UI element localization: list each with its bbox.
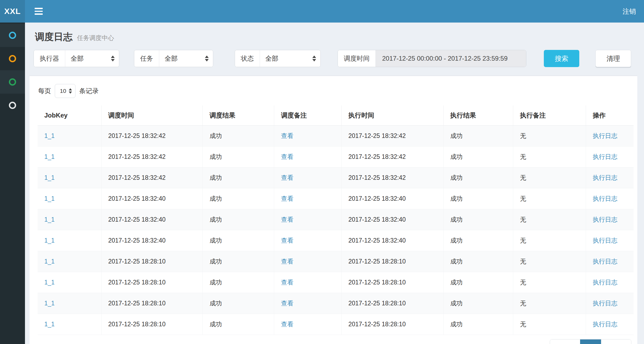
trigger-msg-link[interactable]: 查看 [281,153,293,160]
sidebar-item-2[interactable] [0,47,25,70]
trigger-result-cell: 成功 [203,147,274,167]
execution-log-link[interactable]: 执行日志 [593,153,617,160]
handle-result-cell: 成功 [443,209,513,230]
col-trigger-msg: 调度备注 [274,105,342,126]
trigger-time-cell: 2017-12-25 18:28:10 [101,272,202,293]
top-header: XXL 注销 [0,0,644,23]
sidebar-item-1[interactable] [0,24,25,47]
jobkey-link[interactable]: 1_1 [44,237,55,244]
jobkey-link[interactable]: 1_1 [44,132,55,139]
sidebar-item-3[interactable] [0,70,25,94]
trigger-msg-link[interactable]: 查看 [281,258,293,265]
trigger-msg-link[interactable]: 查看 [281,216,293,223]
page-title: 调度日志 [35,31,73,42]
search-button[interactable]: 搜索 [544,50,579,67]
trigger-time-range-input[interactable]: 2017-12-25 00:00:00 - 2017-12-25 23:59:5… [376,50,526,67]
handle-result-cell: 成功 [443,230,513,251]
jobkey-link[interactable]: 1_1 [44,279,55,286]
executor-select[interactable]: 全部 [65,50,119,67]
trigger-result-cell: 成功 [203,209,274,230]
trigger-result-cell: 成功 [203,126,274,147]
handle-msg-cell: 无 [513,209,586,230]
status-filter-group: 状态 全部 [235,50,321,67]
app-logo[interactable]: XXL [0,0,25,23]
handle-result-cell: 成功 [443,251,513,272]
col-handle-time: 执行时间 [342,105,443,126]
trigger-result-cell: 成功 [203,251,274,272]
execution-log-link[interactable]: 执行日志 [593,279,617,286]
trigger-time-filter-label: 调度时间 [338,50,376,67]
current-page-button[interactable]: 1 [580,339,601,344]
clean-button[interactable]: 清理 [595,50,631,67]
jobkey-link[interactable]: 1_1 [44,258,55,265]
page-size-suffix-label: 条记录 [79,87,99,95]
table-row: 1_12017-12-25 18:28:10成功查看2017-12-25 18:… [38,272,634,293]
page-subtitle: 任务调度中心 [77,34,114,41]
jobkey-link[interactable]: 1_1 [44,321,55,328]
execution-log-link[interactable]: 执行日志 [593,237,617,244]
page-size-select[interactable]: 10 [55,84,75,98]
trigger-msg-link[interactable]: 查看 [281,174,293,181]
handle-msg-cell: 无 [513,272,586,293]
trigger-result-cell: 成功 [203,188,274,209]
job-filter-label: 任务 [134,50,159,67]
trigger-msg-link[interactable]: 查看 [281,321,293,328]
status-select[interactable]: 全部 [260,50,320,67]
trigger-time-cell: 2017-12-25 18:28:10 [101,293,202,314]
trigger-result-cell: 成功 [203,293,274,314]
col-handle-result: 执行结果 [443,105,513,126]
sidebar-toggle-icon[interactable] [33,5,44,17]
execution-log-link[interactable]: 执行日志 [593,300,617,307]
job-select[interactable]: 全部 [159,50,213,67]
next-page-button[interactable]: 下页 [601,339,631,344]
logout-link[interactable]: 注销 [623,7,636,16]
handle-result-cell: 成功 [443,126,513,147]
handle-time-cell: 2017-12-25 18:32:42 [342,147,443,167]
page-size-prefix-label: 每页 [38,87,51,95]
trigger-time-cell: 2017-12-25 18:28:10 [101,314,202,335]
sidebar-item-4[interactable] [0,94,25,117]
prev-page-button[interactable]: 上页 [550,339,580,344]
table-footer: 第 1 页 ( 总共 1 页，10 条记录 ) 上页 1 下页 [38,339,634,344]
status-filter-label: 状态 [235,50,260,67]
col-trigger-result: 调度结果 [203,105,274,126]
handle-time-cell: 2017-12-25 18:32:40 [342,188,443,209]
jobkey-link[interactable]: 1_1 [44,153,55,160]
handle-msg-cell: 无 [513,167,586,188]
navbar: 注销 [25,0,644,23]
table-row: 1_12017-12-25 18:32:40成功查看2017-12-25 18:… [38,188,634,209]
trigger-msg-link[interactable]: 查看 [281,195,293,202]
col-handle-msg: 执行备注 [513,105,586,126]
jobkey-link[interactable]: 1_1 [44,174,55,181]
select-arrows-icon [111,56,115,61]
pagination: 上页 1 下页 [550,339,631,344]
trigger-msg-link[interactable]: 查看 [281,279,293,286]
table-row: 1_12017-12-25 18:32:40成功查看2017-12-25 18:… [38,209,634,230]
execution-log-link[interactable]: 执行日志 [593,216,617,223]
select-arrows-icon [312,56,316,61]
execution-log-link[interactable]: 执行日志 [593,174,617,181]
executor-filter-label: 执行器 [34,50,65,67]
col-trigger-time: 调度时间 [101,105,202,126]
table-row: 1_12017-12-25 18:32:42成功查看2017-12-25 18:… [38,147,634,167]
execution-log-link[interactable]: 执行日志 [593,195,617,202]
trigger-time-filter-group: 调度时间 2017-12-25 00:00:00 - 2017-12-25 23… [338,50,526,67]
dispatch-log-table: JobKey 调度时间 调度结果 调度备注 执行时间 执行结果 执行备注 操作 … [38,105,634,335]
handle-msg-cell: 无 [513,314,586,335]
trigger-msg-link[interactable]: 查看 [281,300,293,307]
trigger-msg-link[interactable]: 查看 [281,237,293,244]
log-table-body: 1_12017-12-25 18:32:42成功查看2017-12-25 18:… [38,126,634,335]
execution-log-link[interactable]: 执行日志 [593,132,617,139]
handle-time-cell: 2017-12-25 18:32:40 [342,209,443,230]
jobkey-link[interactable]: 1_1 [44,300,55,307]
app-window: XXL 注销 调度日志 任务调度中心 执行器 全部 [0,0,644,344]
select-arrows-icon [69,88,72,94]
trigger-time-cell: 2017-12-25 18:32:40 [101,230,202,251]
jobkey-link[interactable]: 1_1 [44,216,55,223]
execution-log-link[interactable]: 执行日志 [593,258,617,265]
execution-log-link[interactable]: 执行日志 [593,321,617,328]
trigger-result-cell: 成功 [203,314,274,335]
trigger-msg-link[interactable]: 查看 [281,132,293,139]
handle-time-cell: 2017-12-25 18:28:10 [342,314,443,335]
jobkey-link[interactable]: 1_1 [44,195,55,202]
